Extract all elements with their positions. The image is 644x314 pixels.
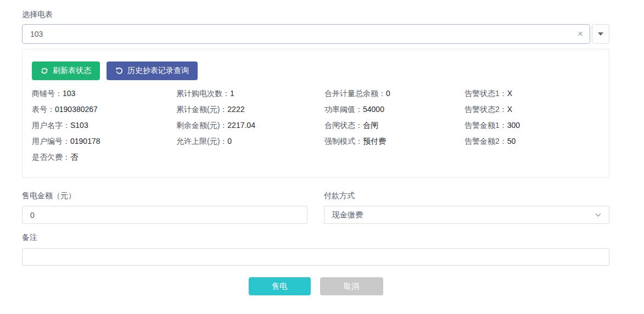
payment-method-label: 付款方式 — [324, 191, 609, 201]
history-button-label: 历史抄表记录查询 — [127, 66, 189, 76]
info-field-label: 表号： — [32, 105, 55, 114]
user-id-field: 用户编号：0190178 — [32, 137, 176, 145]
combined-balance-field: 合并计量总余额：0 — [324, 89, 464, 97]
amount-input[interactable] — [22, 206, 307, 224]
meter-info-panel: 刷新表状态 历史抄表记录查询 商铺号：103 表号：0190380267 用户名… — [22, 49, 609, 178]
meter-dropdown-button[interactable] — [592, 24, 609, 44]
info-field-value: 300 — [507, 121, 520, 130]
info-field-value: 预付费 — [363, 137, 386, 145]
info-field-label: 用户名字： — [32, 121, 70, 130]
power-threshold-field: 功率阈值：54000 — [324, 105, 464, 113]
info-field-label: 告警状态1： — [464, 89, 507, 98]
payment-method-select[interactable]: 现金缴费 — [324, 206, 609, 224]
info-field-value: 0190380267 — [55, 105, 98, 114]
info-field-label: 合闸状态： — [324, 121, 363, 130]
user-name-field: 用户名字：S103 — [32, 121, 176, 129]
alarm-status2-field: 告警状态2：X — [464, 105, 609, 113]
info-field-value: 0 — [227, 137, 232, 145]
info-column-shop: 商铺号：103 表号：0190380267 用户名字：S103 用户编号：019… — [32, 89, 176, 169]
meter-info-grid: 商铺号：103 表号：0190380267 用户名字：S103 用户编号：019… — [32, 89, 609, 169]
payment-method-value: 现金缴费 — [332, 210, 363, 220]
info-field-value: 0 — [386, 89, 390, 98]
refresh-button-label: 刷新表状态 — [53, 66, 91, 76]
alarm-amount2-field: 告警金额2：50 — [464, 137, 609, 145]
shop-number-field: 商铺号：103 — [32, 89, 176, 97]
meter-select-input-wrap: × — [22, 24, 590, 44]
refresh-meter-status-button[interactable]: 刷新表状态 — [32, 61, 100, 80]
info-field-value: 54000 — [363, 105, 384, 114]
history-icon — [115, 67, 123, 75]
purchase-count-field: 累计购电次数：1 — [176, 89, 324, 97]
history-records-button[interactable]: 历史抄表记录查询 — [107, 61, 198, 80]
info-field-label: 强制模式： — [324, 137, 363, 145]
info-field-value: X — [507, 105, 512, 114]
meter-select-label: 选择电表 — [22, 10, 631, 20]
info-field-value: X — [507, 89, 512, 98]
info-field-label: 合并计量总余额： — [324, 89, 386, 98]
info-field-label: 告警状态2： — [464, 105, 507, 114]
action-buttons: 售电 取消 — [22, 277, 609, 295]
force-mode-field: 强制模式：预付费 — [324, 137, 464, 145]
meter-select-input[interactable] — [23, 25, 590, 43]
panel-toolbar: 刷新表状态 历史抄表记录查询 — [32, 61, 609, 80]
sell-button[interactable]: 售电 — [249, 277, 311, 295]
alarm-status1-field: 告警状态1：X — [464, 89, 609, 97]
info-field-value: 0190178 — [70, 137, 100, 145]
info-field-label: 剩余金额(元)： — [176, 121, 227, 130]
amount-field-group: 售电金额（元） — [22, 191, 307, 224]
info-column-status: 合并计量总余额：0 功率阈值：54000 合闸状态：合闸 强制模式：预付费 — [324, 89, 464, 169]
sell-electricity-page: 选择电表 × 刷新表状态 — [0, 0, 631, 295]
refresh-icon — [41, 67, 48, 75]
info-field-label: 功率阈值： — [324, 105, 363, 114]
info-field-label: 允许上限(元)： — [176, 137, 227, 145]
info-field-value: 否 — [70, 153, 78, 161]
chevron-down-icon — [595, 211, 602, 218]
info-field-label: 累计购电次数： — [176, 89, 230, 98]
info-field-value: 2222 — [227, 105, 244, 114]
info-column-alarms: 告警状态1：X 告警状态2：X 告警金额1：300 告警金额2：50 — [464, 89, 609, 169]
remark-input[interactable] — [22, 248, 609, 266]
info-field-value: 合闸 — [363, 121, 378, 130]
allowed-limit-field: 允许上限(元)：0 — [176, 137, 324, 145]
total-amount-field: 累计金额(元)：2222 — [176, 105, 324, 113]
info-field-label: 累计金额(元)： — [176, 105, 227, 114]
info-field-label: 商铺号： — [32, 89, 63, 98]
clear-icon[interactable]: × — [578, 29, 583, 38]
info-column-totals: 累计购电次数：1 累计金额(元)：2222 剩余金额(元)：2217.04 允许… — [176, 89, 324, 169]
info-field-label: 是否欠费： — [32, 153, 70, 161]
info-field-value: 50 — [507, 137, 516, 145]
remaining-amount-field: 剩余金额(元)：2217.04 — [176, 121, 324, 129]
info-field-label: 告警金额1： — [464, 121, 507, 130]
cancel-button[interactable]: 取消 — [320, 277, 383, 295]
caret-down-icon — [598, 32, 603, 36]
amount-label: 售电金额（元） — [22, 191, 307, 201]
alarm-amount1-field: 告警金额1：300 — [464, 121, 609, 129]
switch-state-field: 合闸状态：合闸 — [324, 121, 464, 129]
remark-label: 备注 — [22, 233, 631, 243]
info-field-value: 103 — [63, 89, 75, 98]
info-field-value: 1 — [230, 89, 234, 98]
info-field-label: 用户编号： — [32, 137, 70, 145]
payment-field-group: 付款方式 现金缴费 — [324, 191, 609, 224]
info-field-label: 告警金额2： — [464, 137, 507, 145]
meter-combobox: × — [22, 24, 609, 44]
meter-number-field: 表号：0190380267 — [32, 105, 176, 113]
info-field-value: 2217.04 — [227, 121, 255, 130]
payment-form-row: 售电金额（元） 付款方式 现金缴费 — [22, 191, 609, 224]
arrears-field: 是否欠费：否 — [32, 153, 176, 161]
info-field-value: S103 — [70, 121, 88, 130]
